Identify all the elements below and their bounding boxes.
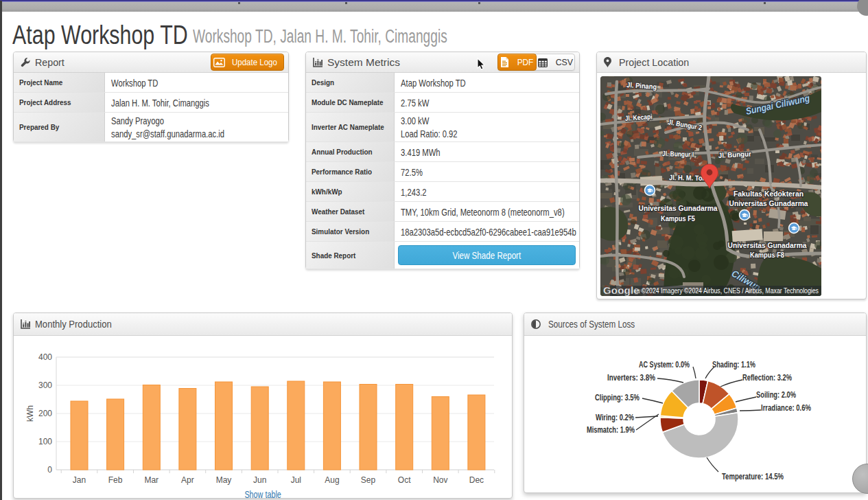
svg-text:Temperature: 14.5%: Temperature: 14.5% (722, 472, 784, 481)
svg-text:Aug: Aug (325, 475, 339, 485)
svg-text:Jun: Jun (253, 475, 266, 485)
svg-text:Kampus F5: Kampus F5 (661, 214, 695, 223)
svg-text:Wiring: 0.2%: Wiring: 0.2% (596, 413, 634, 422)
svg-text:Jl. Bungur I: Jl. Bungur I (662, 149, 694, 159)
svg-text:Jan: Jan (73, 475, 86, 485)
svg-text:100: 100 (38, 437, 52, 446)
svg-text:Dec: Dec (469, 475, 484, 485)
svg-text:Universitas Gunadarma: Universitas Gunadarma (729, 199, 809, 207)
svg-text:400: 400 (38, 352, 52, 362)
svg-text:Irradiance: 0.6%: Irradiance: 0.6% (761, 403, 811, 413)
svg-text:Inverters: 3.8%: Inverters: 3.8% (607, 373, 655, 383)
svg-text:Kampus F8: Kampus F8 (750, 251, 784, 259)
svg-text:Fakultas Kedokteran: Fakultas Kedokteran (734, 190, 804, 198)
svg-text:200: 200 (38, 409, 52, 418)
svg-text:Sep: Sep (361, 475, 376, 485)
svg-text:Mar: Mar (144, 475, 159, 485)
svg-text:Clipping: 3.5%: Clipping: 3.5% (595, 393, 640, 402)
svg-text:Apr: Apr (181, 475, 194, 485)
svg-text:0: 0 (47, 465, 52, 475)
svg-text:Shading: 1.1%: Shading: 1.1% (712, 360, 755, 370)
svg-text:Oct: Oct (398, 475, 411, 485)
svg-text:300: 300 (38, 380, 52, 390)
svg-text:ta ©2024 Imagery ©2024 Airbus,: ta ©2024 Imagery ©2024 Airbus, CNES / Ai… (635, 287, 819, 295)
svg-text:Google: Google (603, 284, 640, 296)
svg-text:Soiling: 2.0%: Soiling: 2.0% (756, 390, 796, 400)
svg-text:May: May (216, 475, 232, 485)
svg-text:Feb: Feb (108, 475, 123, 485)
svg-text:Jl. H. M. Toh: Jl. H. M. Toh (669, 173, 706, 182)
svg-text:Nov: Nov (433, 475, 447, 485)
svg-text:Jul: Jul (291, 475, 301, 485)
svg-text:kWh: kWh (25, 405, 35, 422)
svg-text:Mismatch: 1.9%: Mismatch: 1.9% (587, 425, 635, 435)
svg-text:Reflection: 3.2%: Reflection: 3.2% (742, 373, 792, 383)
svg-text:Jl. Bungur: Jl. Bungur (718, 150, 751, 159)
svg-text:Universitas Gunadarma: Universitas Gunadarma (639, 204, 718, 212)
svg-text:Universitas Gunadarma: Universitas Gunadarma (728, 241, 808, 249)
svg-text:AC System: 0.0%: AC System: 0.0% (639, 360, 690, 370)
